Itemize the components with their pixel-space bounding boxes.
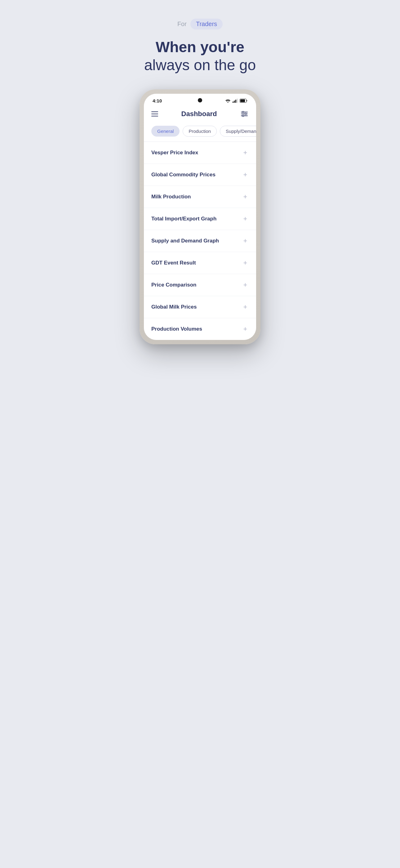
list-item[interactable]: Price Comparison +: [144, 274, 256, 296]
filter-icon[interactable]: [240, 110, 249, 118]
plus-icon: +: [242, 259, 249, 266]
list-item-label: Supply and Demand Graph: [151, 238, 219, 244]
menu-line-3: [151, 116, 158, 116]
status-icons: [225, 99, 247, 103]
tab-production[interactable]: Production: [182, 126, 217, 136]
list-item-label: Milk Production: [151, 194, 191, 200]
plus-icon: +: [242, 238, 249, 244]
phone-mockup: 4:10: [139, 89, 261, 344]
list-section: Vesper Price Index + Global Commodity Pr…: [144, 142, 256, 340]
plus-icon: +: [242, 282, 249, 288]
list-item-label: Global Commodity Prices: [151, 172, 215, 178]
plus-icon: +: [242, 326, 249, 333]
status-bar: 4:10: [144, 94, 256, 106]
for-label: For: [177, 21, 187, 28]
list-item[interactable]: Global Milk Prices +: [144, 296, 256, 318]
page-wrapper: For Traders When you're always on the go…: [133, 0, 267, 434]
svg-point-11: [242, 115, 244, 117]
plus-icon: +: [242, 304, 249, 310]
wifi-icon: [225, 99, 231, 103]
headline-normal: always on the go: [144, 56, 256, 74]
list-item[interactable]: GDT Event Result +: [144, 252, 256, 274]
list-item-label: GDT Event Result: [151, 260, 196, 266]
plus-icon: +: [242, 215, 249, 222]
menu-line-2: [151, 114, 158, 114]
menu-line-1: [151, 112, 158, 112]
camera-notch: [198, 98, 202, 102]
battery-icon: [240, 99, 247, 103]
list-item[interactable]: Production Volumes +: [144, 318, 256, 340]
svg-rect-5: [240, 99, 245, 102]
tabs-section: General Production Supply/Demand: [144, 123, 256, 142]
svg-rect-2: [235, 100, 236, 103]
phone-inner: 4:10: [144, 94, 256, 340]
menu-icon[interactable]: [151, 112, 158, 116]
for-traders-row: For Traders: [177, 19, 223, 30]
list-item-label: Vesper Price Index: [151, 150, 198, 156]
dashboard-title: Dashboard: [181, 110, 217, 118]
list-item-label: Total Import/Export Graph: [151, 216, 216, 222]
header-section: For Traders When you're always on the go: [133, 19, 267, 74]
svg-point-9: [242, 112, 244, 113]
signal-icon: [233, 99, 238, 103]
list-item-label: Price Comparison: [151, 282, 197, 288]
plus-icon: +: [242, 193, 249, 200]
plus-icon: +: [242, 172, 249, 178]
app-header: Dashboard: [144, 106, 256, 123]
status-time: 4:10: [153, 98, 162, 103]
tab-supply-demand[interactable]: Supply/Demand: [220, 126, 256, 136]
traders-badge: Traders: [190, 19, 223, 30]
list-item[interactable]: Milk Production +: [144, 186, 256, 208]
list-item[interactable]: Vesper Price Index +: [144, 142, 256, 164]
svg-rect-0: [233, 101, 233, 103]
list-item[interactable]: Supply and Demand Graph +: [144, 230, 256, 252]
plus-icon: +: [242, 149, 249, 156]
list-item-label: Global Milk Prices: [151, 304, 197, 310]
headline: When you're always on the go: [144, 38, 256, 74]
svg-rect-3: [237, 99, 238, 103]
list-item[interactable]: Global Commodity Prices +: [144, 164, 256, 186]
svg-point-10: [245, 113, 246, 115]
svg-rect-1: [234, 101, 235, 103]
list-item-label: Production Volumes: [151, 326, 202, 332]
list-item[interactable]: Total Import/Export Graph +: [144, 208, 256, 230]
tab-general[interactable]: General: [151, 126, 179, 136]
headline-bold: When you're: [144, 38, 256, 56]
